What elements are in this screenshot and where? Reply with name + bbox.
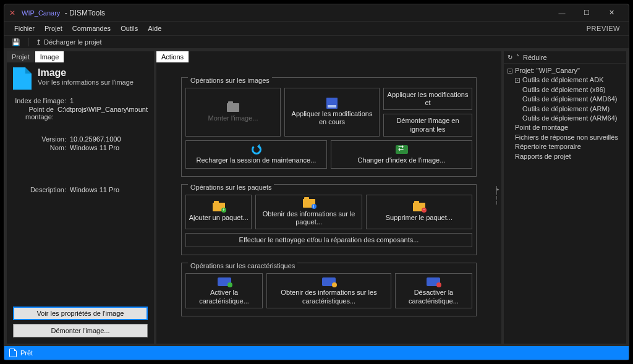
cleanup-label: Effectuer le nettoyage et/ou la réparati… <box>239 236 419 244</box>
tree-adk-x86[interactable]: Outils de déploiement (x86) <box>508 85 622 95</box>
actions-body: Opérations sur les images Monter l'image… <box>156 62 501 344</box>
image-subtitle: Voir les informations sur l'image <box>38 78 134 86</box>
save-button[interactable]: 💾 <box>8 38 24 47</box>
title-project: WIP_Canary <box>22 9 60 17</box>
swap-icon <box>396 145 408 154</box>
apply-and-button[interactable]: Appliquer les modifications et <box>383 88 472 110</box>
tree-project-label: Projet: "WIP_Canary" <box>515 66 580 75</box>
legend-packages: Opérations sur les paquets <box>188 184 274 191</box>
add-package-button[interactable]: + Ajouter un paquet... <box>185 195 252 229</box>
disk-icon <box>326 98 338 109</box>
reload-session-button[interactable]: Recharger la session de maintenance... <box>185 140 327 169</box>
fieldset-images: Opérations sur les images Monter l'image… <box>181 77 477 177</box>
fieldset-features: Opérations sur les caractéristiques Acti… <box>181 263 477 316</box>
tab-image[interactable]: Image <box>35 51 65 62</box>
maximize-button[interactable]: ☐ <box>574 6 599 20</box>
menu-file[interactable]: Fichier <box>9 23 40 33</box>
image-heading: Image <box>38 67 134 78</box>
tree-adk-arm64[interactable]: Outils de déploiement (ARM64) <box>508 114 622 123</box>
close-button[interactable]: ✕ <box>599 6 624 20</box>
collapse-label[interactable]: Réduire <box>523 54 547 61</box>
add-pkg-label: Ajouter un paquet... <box>189 214 249 222</box>
desc-label: Description: <box>13 186 70 193</box>
tree-temp[interactable]: Répertoire temporaire <box>508 142 622 151</box>
titlebar: ✕ WIP_Canary - DISMTools — ☐ ✕ <box>4 4 629 22</box>
status-file-icon <box>9 349 17 357</box>
center-tabs: Actions <box>156 51 501 62</box>
index-label: Index de l'image: <box>13 97 70 104</box>
menu-tools[interactable]: Outils <box>116 23 143 33</box>
tree-mount[interactable]: Point de montage <box>508 123 622 132</box>
save-icon: 💾 <box>12 38 20 46</box>
legend-images: Opérations sur les images <box>188 77 272 84</box>
splitter-handle[interactable]: ▸ <box>496 48 498 342</box>
apply-mod-label: Appliquer les modifications en cours <box>287 110 376 126</box>
tree-project[interactable]: -Projet: "WIP_Canary" <box>508 66 622 75</box>
refresh-icon[interactable]: ↻ <box>508 54 512 61</box>
mount-image-button[interactable]: Monter l'image... <box>185 88 281 137</box>
folder-minus-icon: − <box>413 203 425 211</box>
unload-label: Décharger le projet <box>44 38 102 46</box>
folder-plus-icon: + <box>213 203 225 211</box>
menubar: Fichier Projet Commandes Outils Aide PRE… <box>4 22 629 35</box>
get-pkg-label: Obtenir des informations sur le paquet..… <box>258 210 359 226</box>
cleanup-button[interactable]: Effectuer le nettoyage et/ou la réparati… <box>185 233 472 247</box>
right-panel: ↻ ˄ Réduire -Projet: "WIP_Canary" -Outil… <box>504 51 626 344</box>
enable-feature-button[interactable]: Activer la caractéristique... <box>185 273 263 308</box>
feature-info-icon <box>322 277 336 286</box>
tab-actions[interactable]: Actions <box>156 51 189 62</box>
change-index-button[interactable]: Changer d'index de l'image... <box>331 140 472 169</box>
reload-icon <box>252 145 261 154</box>
collapse-icon[interactable]: ˄ <box>516 54 519 61</box>
enable-feat-label: Activer la caractéristique... <box>189 289 260 305</box>
feature-minus-icon <box>427 277 440 286</box>
tree-unattend[interactable]: Fichiers de réponse non surveillés <box>508 133 622 142</box>
tree-adk-label: Outils de déploiement ADK <box>522 75 603 85</box>
fieldset-packages: Opérations sur les paquets + Ajouter un … <box>181 184 477 256</box>
apply-modifications-button[interactable]: Appliquer les modifications en cours <box>284 88 380 137</box>
legend-features: Opérations sur les caractéristiques <box>188 262 297 269</box>
mount-label: Point de montage: <box>13 106 57 121</box>
menu-commands[interactable]: Commandes <box>67 23 116 33</box>
remove-package-button[interactable]: − Supprimer le paquet... <box>366 195 472 229</box>
left-body: Image Voir les informations sur l'image … <box>7 62 154 344</box>
tree-adk-amd64[interactable]: Outils de déploiement (AMD64) <box>508 95 622 104</box>
tree-adk[interactable]: -Outils de déploiement ADK <box>508 75 622 85</box>
get-package-info-button[interactable]: i Obtenir des informations sur le paquet… <box>255 195 362 229</box>
app-window: ✕ WIP_Canary - DISMTools — ☐ ✕ Fichier P… <box>4 4 629 360</box>
mount-label: Monter l'image... <box>208 114 258 122</box>
tree-adk-arm[interactable]: Outils de déploiement (ARM) <box>508 104 622 114</box>
unmount-ignore-label: Démonter l'image en ignorant les <box>386 117 469 133</box>
statusbar: Prêt <box>4 346 629 360</box>
folder-icon <box>227 103 239 112</box>
preview-label: PREVIEW <box>587 25 624 32</box>
menu-help[interactable]: Aide <box>143 23 166 33</box>
title-app: DISMTools <box>69 9 105 17</box>
apply-and-label: Appliquer les modifications et <box>386 91 469 107</box>
unmount-ignore-button[interactable]: Démonter l'image en ignorant les <box>383 114 472 136</box>
menu-project[interactable]: Projet <box>40 23 67 33</box>
content: Projet Image Image Voir les informations… <box>4 49 629 346</box>
disable-feat-label: Désactiver la caractéristique... <box>398 289 469 305</box>
reload-label: Recharger la session de maintenance... <box>197 156 316 164</box>
tab-projet[interactable]: Projet <box>7 51 35 62</box>
unload-icon: ↥ <box>36 38 41 46</box>
view-properties-button[interactable]: Voir les propriétés de l'image <box>13 307 148 320</box>
name-label: Nom: <box>13 144 70 151</box>
minimize-button[interactable]: — <box>550 6 574 20</box>
name-value: Windows 11 Pro <box>70 144 148 151</box>
disable-feature-button[interactable]: Désactiver la caractéristique... <box>395 273 472 308</box>
unmount-image-button[interactable]: Démonter l'image... <box>13 324 148 337</box>
del-pkg-label: Supprimer le paquet... <box>386 214 452 222</box>
unload-project-button[interactable]: ↥ Décharger le projet <box>32 38 106 47</box>
toolbar-separator <box>28 38 28 46</box>
status-text: Prêt <box>20 349 33 357</box>
get-feature-info-button[interactable]: Obtenir des informations sur les caracté… <box>266 273 391 308</box>
feature-plus-icon <box>218 277 231 286</box>
toolbar: 💾 ↥ Décharger le projet <box>4 35 629 49</box>
title-sep: - <box>62 9 69 17</box>
left-tabs: Projet Image <box>7 51 154 62</box>
mount-value: C:\dtprojs\WIP_Canary\mount <box>57 106 148 121</box>
tree-reports[interactable]: Rapports de projet <box>508 152 622 161</box>
center-panel: Actions Opérations sur les images Monter… <box>156 51 501 344</box>
